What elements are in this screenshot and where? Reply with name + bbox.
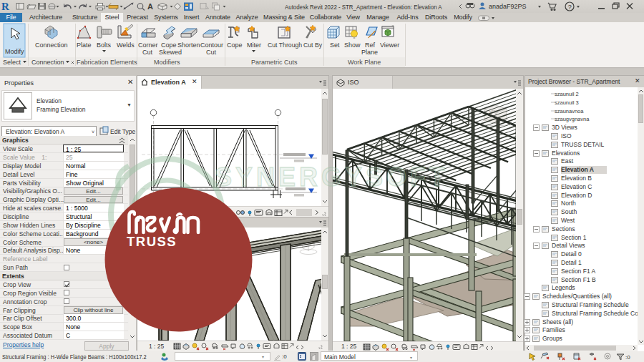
svg-text:Shorten: Shorten xyxy=(177,41,200,49)
svg-text:Miter: Miter xyxy=(247,41,261,49)
svg-text:Viewer: Viewer xyxy=(380,41,399,49)
svg-text:?: ? xyxy=(568,4,572,11)
svg-text:Contour: Contour xyxy=(200,41,223,49)
svg-text:Connection: Connection xyxy=(31,59,64,66)
svg-text:Plane: Plane xyxy=(361,49,378,56)
svg-text:Cope: Cope xyxy=(227,41,243,49)
svg-text:Show: Show xyxy=(344,41,361,49)
svg-text:Set: Set xyxy=(330,41,340,49)
svg-text:Cope: Cope xyxy=(161,41,177,49)
svg-text:Plate: Plate xyxy=(77,41,92,49)
svg-text:Cut Through: Cut Through xyxy=(268,41,302,49)
svg-text:.: . xyxy=(54,59,56,66)
svg-text:Modifiers: Modifiers xyxy=(154,59,180,66)
svg-text:Welds: Welds xyxy=(117,41,135,49)
svg-text:Parametric Cuts: Parametric Cuts xyxy=(251,59,298,66)
svg-text:anadaF92PS: anadaF92PS xyxy=(489,3,527,10)
svg-text:Fabrication Elements: Fabrication Elements xyxy=(77,59,137,66)
svg-text:Skewed: Skewed xyxy=(159,49,182,56)
svg-text:R: R xyxy=(1,1,9,12)
svg-text:Cut By: Cut By xyxy=(303,41,323,49)
svg-text:Cut: Cut xyxy=(206,49,217,56)
svg-text:Ref: Ref xyxy=(365,41,376,49)
svg-text:Connection: Connection xyxy=(35,41,68,49)
svg-text:TRUSS: TRUSS xyxy=(127,234,177,249)
svg-text:Select: Select xyxy=(3,59,21,66)
svg-text:Corner: Corner xyxy=(138,41,158,49)
svg-text:A: A xyxy=(147,2,153,11)
svg-text:Cut: Cut xyxy=(142,49,153,56)
svg-text:Work Plane: Work Plane xyxy=(348,59,381,66)
svg-text:Modify: Modify xyxy=(5,48,24,55)
svg-text::0: :0 xyxy=(625,354,630,361)
svg-text:Bolts: Bolts xyxy=(97,41,112,49)
